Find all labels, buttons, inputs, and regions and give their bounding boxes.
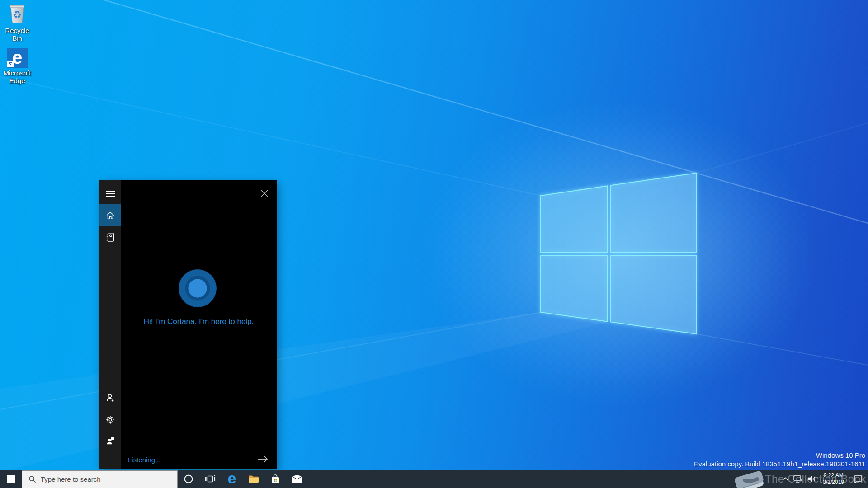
edge-icon: e xyxy=(228,470,236,486)
cortana-circle-icon xyxy=(184,474,193,484)
taskbar: e xyxy=(0,470,868,488)
volume-button[interactable] xyxy=(805,470,819,488)
search-input[interactable] xyxy=(41,475,154,483)
notebook-button[interactable] xyxy=(99,226,121,248)
cortana-rail xyxy=(99,180,121,469)
recycle-bin-label: Recycle Bin xyxy=(0,27,34,42)
sign-in-button[interactable] xyxy=(99,387,121,408)
network-icon xyxy=(793,475,803,483)
system-tray: 9:22 AM 3/2/2019 xyxy=(780,470,868,488)
cortana-taskbar-button[interactable] xyxy=(178,470,199,488)
feedback-icon xyxy=(105,436,115,446)
action-center-icon xyxy=(854,475,863,483)
close-button[interactable] xyxy=(257,186,272,201)
gear-icon xyxy=(105,415,115,425)
clock[interactable]: 9:22 AM 3/2/2019 xyxy=(819,470,848,488)
cortana-orb xyxy=(179,269,217,307)
watermark-build-line: Evaluation copy. Build 18351.19h1_releas… xyxy=(694,460,865,468)
settings-button[interactable] xyxy=(99,409,121,430)
close-icon xyxy=(261,190,268,197)
cortana-panel: Hi! I'm Cortana. I'm here to help. Liste… xyxy=(99,180,277,469)
home-button[interactable] xyxy=(99,204,121,226)
svg-text:♻: ♻ xyxy=(13,9,22,20)
chevron-up-icon xyxy=(782,477,788,481)
network-button[interactable] xyxy=(791,470,805,488)
store-button[interactable] xyxy=(264,470,286,488)
windows-logo-icon xyxy=(7,475,15,483)
home-icon xyxy=(105,211,115,221)
edge-taskbar-button[interactable]: e xyxy=(221,470,243,488)
edge-shortcut-label: Microsoft Edge xyxy=(0,69,34,84)
cortana-greeting: Hi! I'm Cortana. I'm here to help. xyxy=(121,317,277,326)
recycle-bin-glyph: ♻ xyxy=(7,3,27,23)
feedback-button[interactable] xyxy=(99,430,121,451)
hamburger-icon xyxy=(106,190,115,197)
edge-e-icon: e xyxy=(12,48,22,66)
watermark-os-line: Windows 10 Pro xyxy=(694,451,865,460)
edge-tile: e xyxy=(7,48,28,68)
task-view-button[interactable] xyxy=(199,470,221,488)
task-view-icon xyxy=(205,474,216,484)
evaluation-watermark: Windows 10 Pro Evaluation copy. Build 18… xyxy=(694,451,865,468)
tray-date: 3/2/2019 xyxy=(823,479,844,486)
submit-arrow-button[interactable] xyxy=(257,455,269,465)
shortcut-arrow-icon xyxy=(7,61,14,67)
arrow-right-icon xyxy=(257,455,269,464)
listening-status: Listening... xyxy=(128,456,161,464)
cortana-bottom-bar: Listening... xyxy=(121,450,277,469)
user-plus-icon xyxy=(105,393,115,403)
volume-icon xyxy=(807,475,816,483)
search-icon xyxy=(28,475,36,483)
hidden-icons-button[interactable] xyxy=(780,470,791,488)
microsoft-edge-shortcut[interactable]: e Microsoft Edge xyxy=(0,48,34,84)
notebook-icon xyxy=(105,232,115,243)
tray-time: 9:22 AM xyxy=(824,472,844,479)
recycle-bin-icon[interactable]: ♻ Recycle Bin xyxy=(0,3,34,42)
menu-button[interactable] xyxy=(99,183,121,204)
action-center-button[interactable] xyxy=(848,470,868,488)
file-explorer-icon xyxy=(248,474,259,484)
mail-button[interactable] xyxy=(286,470,308,488)
start-button[interactable] xyxy=(0,470,22,488)
mail-icon xyxy=(292,474,302,483)
file-explorer-button[interactable] xyxy=(243,470,264,488)
taskbar-search-box[interactable] xyxy=(22,470,178,488)
store-icon xyxy=(270,474,281,484)
